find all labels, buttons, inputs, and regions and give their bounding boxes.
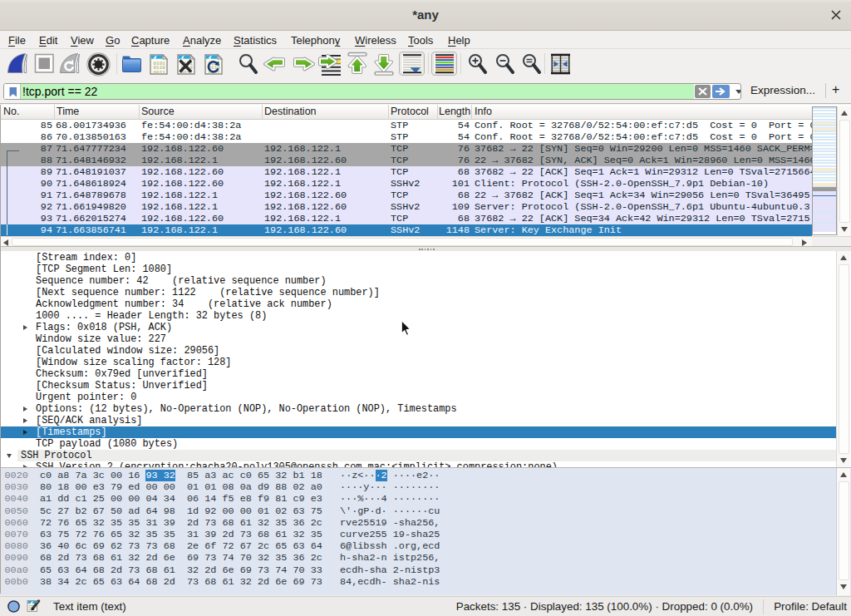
svg-text:0011: 0011 [154, 70, 166, 76]
